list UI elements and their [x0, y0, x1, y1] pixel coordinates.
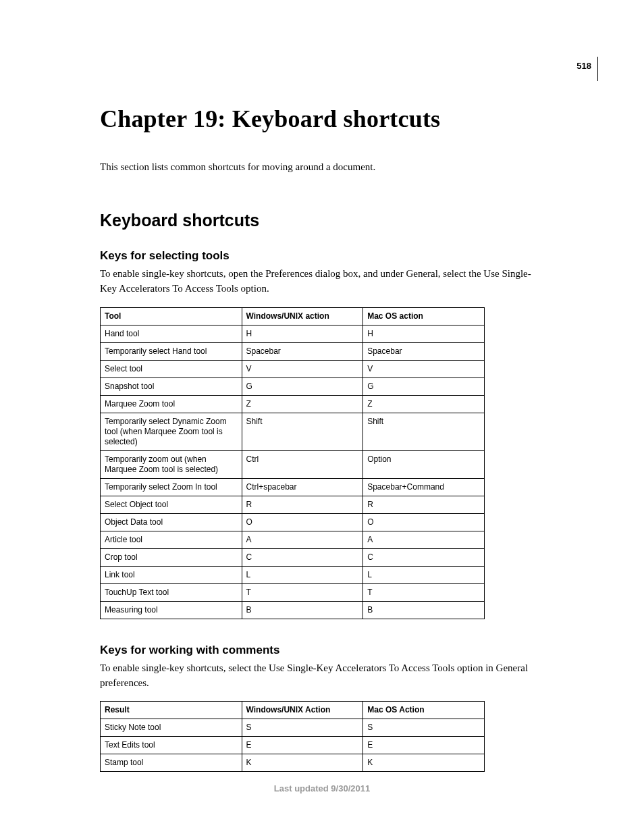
- table-cell: Measuring tool: [101, 601, 242, 619]
- table-row: Select Object toolRR: [101, 496, 485, 513]
- table-cell: O: [363, 513, 485, 531]
- page-number: 518: [576, 61, 591, 71]
- chapter-title: Chapter 19: Keyboard shortcuts: [100, 105, 544, 133]
- table-cell: C: [242, 548, 363, 566]
- table-cell: Z: [242, 395, 363, 413]
- table-cell: Select tool: [101, 360, 242, 377]
- table-cell: Option: [363, 450, 485, 478]
- table-cell: B: [363, 601, 485, 619]
- col-header: Mac OS action: [363, 307, 485, 325]
- table-row: Marquee Zoom toolZZ: [101, 395, 485, 413]
- table-cell: A: [363, 531, 485, 548]
- tools-heading: Keys for selecting tools: [100, 249, 544, 263]
- table-cell: Text Edits tool: [101, 737, 242, 754]
- table-cell: Shift: [242, 413, 363, 450]
- page-number-rule: [597, 57, 598, 81]
- table-cell: Z: [363, 395, 485, 413]
- table-cell: S: [242, 719, 363, 737]
- table-row: Temporarily select Dynamic Zoom tool (wh…: [101, 413, 485, 450]
- table-cell: Temporarily select Hand tool: [101, 342, 242, 360]
- table-row: Temporarily zoom out (when Marquee Zoom …: [101, 450, 485, 478]
- table-cell: H: [242, 325, 363, 342]
- table-cell: R: [242, 496, 363, 513]
- table-cell: Sticky Note tool: [101, 719, 242, 737]
- table-cell: V: [363, 360, 485, 377]
- col-header: Windows/UNIX action: [242, 307, 363, 325]
- table-cell: E: [242, 737, 363, 754]
- table-cell: R: [363, 496, 485, 513]
- table-header-row: Result Windows/UNIX Action Mac OS Action: [101, 702, 485, 719]
- table-cell: T: [363, 583, 485, 601]
- table-cell: Object Data tool: [101, 513, 242, 531]
- table-row: Sticky Note toolSS: [101, 719, 485, 737]
- table-cell: Marquee Zoom tool: [101, 395, 242, 413]
- table-cell: Ctrl: [242, 450, 363, 478]
- table-cell: Spacebar+Command: [363, 478, 485, 496]
- table-row: Article toolAA: [101, 531, 485, 548]
- table-row: TouchUp Text toolTT: [101, 583, 485, 601]
- table-cell: Crop tool: [101, 548, 242, 566]
- table-row: Temporarily select Hand toolSpacebarSpac…: [101, 342, 485, 360]
- table-cell: Temporarily zoom out (when Marquee Zoom …: [101, 450, 242, 478]
- table-row: Link toolLL: [101, 566, 485, 583]
- col-header: Mac OS Action: [363, 702, 485, 719]
- table-cell: Ctrl+spacebar: [242, 478, 363, 496]
- table-cell: Select Object tool: [101, 496, 242, 513]
- table-cell: Snapshot tool: [101, 377, 242, 395]
- table-cell: Link tool: [101, 566, 242, 583]
- table-cell: Hand tool: [101, 325, 242, 342]
- table-row: Text Edits toolEE: [101, 737, 485, 754]
- page: 518 Chapter 19: Keyboard shortcuts This …: [0, 0, 644, 834]
- page-number-block: 518: [576, 59, 591, 72]
- col-header: Result: [101, 702, 242, 719]
- comments-heading: Keys for working with comments: [100, 644, 544, 657]
- table-cell: L: [363, 566, 485, 583]
- table-row: Hand toolHH: [101, 325, 485, 342]
- table-cell: C: [363, 548, 485, 566]
- table-cell: H: [363, 325, 485, 342]
- table-cell: T: [242, 583, 363, 601]
- table-cell: Temporarily select Zoom In tool: [101, 478, 242, 496]
- table-cell: B: [242, 601, 363, 619]
- table-cell: K: [242, 754, 363, 772]
- table-row: Select toolVV: [101, 360, 485, 377]
- table-cell: G: [363, 377, 485, 395]
- table-row: Crop toolCC: [101, 548, 485, 566]
- table-header-row: Tool Windows/UNIX action Mac OS action: [101, 307, 485, 325]
- table-cell: Shift: [363, 413, 485, 450]
- comments-table: Result Windows/UNIX Action Mac OS Action…: [100, 701, 485, 772]
- table-row: Object Data toolOO: [101, 513, 485, 531]
- footer-updated: Last updated 9/30/2011: [0, 783, 644, 793]
- tools-table: Tool Windows/UNIX action Mac OS action H…: [100, 307, 485, 619]
- table-cell: Stamp tool: [101, 754, 242, 772]
- table-cell: S: [363, 719, 485, 737]
- table-row: Measuring toolBB: [101, 601, 485, 619]
- table-cell: V: [242, 360, 363, 377]
- chapter-intro: This section lists common shortcuts for …: [100, 160, 544, 174]
- table-cell: E: [363, 737, 485, 754]
- table-row: Stamp toolKK: [101, 754, 485, 772]
- col-header: Tool: [101, 307, 242, 325]
- table-cell: Spacebar: [363, 342, 485, 360]
- table-cell: TouchUp Text tool: [101, 583, 242, 601]
- table-cell: Article tool: [101, 531, 242, 548]
- table-cell: G: [242, 377, 363, 395]
- table-cell: O: [242, 513, 363, 531]
- table-row: Snapshot toolGG: [101, 377, 485, 395]
- tools-intro: To enable single-key shortcuts, open the…: [100, 267, 544, 296]
- col-header: Windows/UNIX Action: [242, 702, 363, 719]
- table-cell: Spacebar: [242, 342, 363, 360]
- table-cell: K: [363, 754, 485, 772]
- table-cell: A: [242, 531, 363, 548]
- section-title: Keyboard shortcuts: [100, 211, 544, 230]
- table-cell: L: [242, 566, 363, 583]
- comments-intro: To enable single-key shortcuts, select t…: [100, 661, 544, 691]
- table-cell: Temporarily select Dynamic Zoom tool (wh…: [101, 413, 242, 450]
- table-row: Temporarily select Zoom In toolCtrl+spac…: [101, 478, 485, 496]
